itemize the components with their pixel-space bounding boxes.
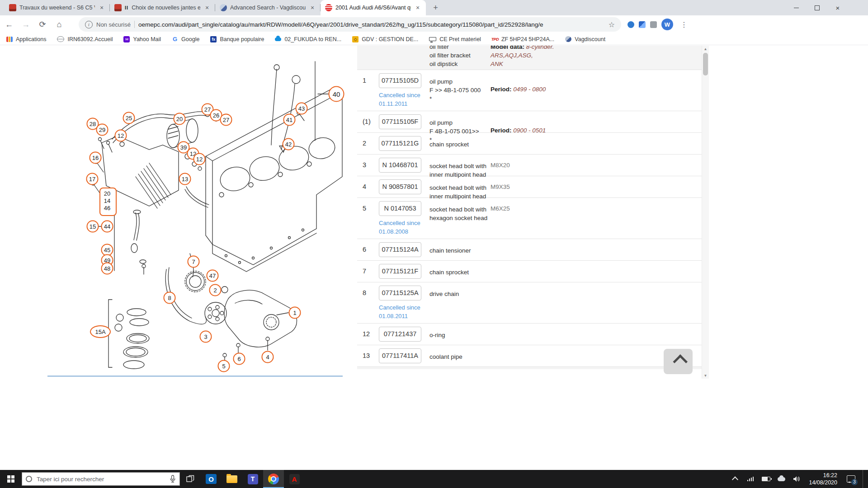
- browser-tab[interactable]: 2001 Audi Audi A6/S6/Avant qua ×: [321, 0, 426, 15]
- onedrive-icon[interactable]: [774, 470, 788, 488]
- diagram-callout[interactable]: 12: [193, 153, 206, 165]
- cancelled-link[interactable]: Cancelled since01.08.2011: [379, 303, 424, 320]
- diagram-callout[interactable]: 40: [329, 86, 344, 102]
- scroll-to-top-button[interactable]: [664, 349, 693, 374]
- url-text[interactable]: oemepc.com/audi/part_single/catalog/au/m…: [138, 21, 605, 28]
- bookmark-item[interactable]: IRN63092.Accueil: [57, 36, 113, 42]
- volume-icon[interactable]: [790, 470, 803, 488]
- microphone-icon[interactable]: [170, 475, 176, 483]
- part-number-button[interactable]: 077115125A: [379, 286, 421, 300]
- diagram-callout[interactable]: 12: [115, 130, 127, 142]
- tab-close-icon[interactable]: ×: [203, 4, 211, 11]
- diagram-callout[interactable]: 15: [87, 221, 99, 233]
- taskbar-app-chrome[interactable]: [263, 470, 284, 488]
- diagram-callout[interactable]: 14: [102, 197, 113, 204]
- diagram-callout[interactable]: 48: [101, 263, 113, 275]
- diagram-callout[interactable]: 25: [123, 112, 135, 124]
- network-icon[interactable]: [744, 470, 757, 488]
- taskbar-search[interactable]: [22, 472, 180, 486]
- diagram-callout[interactable]: 6: [233, 353, 245, 365]
- part-number-button[interactable]: 077115121G: [379, 136, 421, 151]
- taskbar-search-input[interactable]: [36, 475, 166, 483]
- bookmark-item[interactable]: G Google: [172, 36, 199, 42]
- diagram-callout[interactable]: 4: [262, 351, 274, 363]
- diagram-callout[interactable]: 15A: [90, 325, 111, 338]
- browser-tab[interactable]: Travaux du weekend - S6 C5 V8 / ×: [5, 0, 110, 15]
- diagram-callout[interactable]: 42: [283, 138, 295, 150]
- part-number-button[interactable]: 077115105D: [379, 73, 421, 88]
- part-number-button[interactable]: N 10468701: [379, 158, 421, 173]
- diagram-callout[interactable]: 27: [220, 114, 232, 126]
- taskbar-app-outlook[interactable]: O: [201, 470, 222, 488]
- part-number-button[interactable]: 077115124A: [379, 242, 421, 257]
- part-number-button[interactable]: 077115121F: [379, 264, 421, 279]
- diagram-callout[interactable]: 41: [283, 114, 296, 126]
- scrollbar-thumb[interactable]: [703, 53, 708, 75]
- parts-scrollbar[interactable]: ▲ ▼: [702, 46, 709, 379]
- diagram-callout[interactable]: 8: [164, 292, 176, 304]
- minimize-button[interactable]: [786, 0, 807, 15]
- new-tab-button[interactable]: +: [429, 2, 442, 14]
- part-number-button[interactable]: 077115105F: [379, 114, 421, 129]
- taskbar-clock[interactable]: 16:22 14/08/2020: [805, 472, 841, 486]
- diagram-callout[interactable]: 7: [188, 256, 200, 268]
- diagram-callout[interactable]: 47: [207, 270, 219, 282]
- tray-overflow-button[interactable]: [728, 470, 742, 488]
- cancelled-link[interactable]: Cancelled since01.11.2011: [379, 91, 424, 108]
- part-number-button[interactable]: N 0147053: [379, 201, 421, 216]
- battery-icon[interactable]: [759, 470, 773, 488]
- diagram-callout[interactable]: 43: [296, 103, 308, 115]
- maximize-button[interactable]: [807, 0, 827, 15]
- taskbar-app-teams[interactable]: T: [242, 470, 263, 488]
- show-desktop-button[interactable]: [863, 470, 865, 488]
- diagram-callout[interactable]: 2: [209, 284, 222, 296]
- part-number-button[interactable]: N 90857801: [379, 179, 421, 194]
- extension-icon-1[interactable]: [627, 21, 634, 28]
- diagram-callout[interactable]: 17: [86, 173, 99, 185]
- diagram-callout[interactable]: 29: [96, 124, 108, 136]
- part-number-button[interactable]: 077117411A: [379, 348, 421, 363]
- tab-close-icon[interactable]: ×: [414, 4, 421, 11]
- diagram-callout[interactable]: 20: [174, 113, 186, 125]
- task-view-button[interactable]: [180, 470, 201, 488]
- reload-button[interactable]: ⟳: [35, 17, 50, 32]
- tab-close-icon[interactable]: ×: [98, 4, 105, 11]
- diagram-callout[interactable]: 44: [101, 221, 113, 233]
- browser-menu-icon[interactable]: ⋮: [678, 20, 690, 29]
- bookmark-item[interactable]: CE Pret materiel: [429, 36, 481, 42]
- browser-tab[interactable]: II Choix de nouvelles jantes en 1 ×: [110, 0, 215, 15]
- scrollbar-up-arrow[interactable]: ▲: [702, 46, 709, 52]
- extension-icon-2[interactable]: [639, 21, 646, 28]
- diagram-horizontal-scrollbar[interactable]: [47, 375, 343, 377]
- bookmark-item[interactable]: TPD ZF 5HP24 5HP24A...: [492, 36, 554, 42]
- diagram-callout[interactable]: 5: [218, 360, 230, 372]
- bookmark-item[interactable]: ◇ GDV : GESTION DE...: [352, 36, 418, 42]
- site-info-icon[interactable]: i: [85, 21, 93, 28]
- extension-icon-3[interactable]: [650, 21, 657, 28]
- close-button[interactable]: ×: [827, 0, 848, 15]
- diagram-callout[interactable]: 16: [90, 152, 102, 164]
- tab-close-icon[interactable]: ×: [309, 4, 316, 11]
- address-bar[interactable]: i Non sécurisé oemepc.com/audi/part_sing…: [79, 17, 621, 32]
- diagram-callout[interactable]: 1: [289, 307, 301, 319]
- action-center-button[interactable]: 3: [843, 470, 859, 488]
- bookmark-item[interactable]: ✉ Yahoo Mail: [123, 36, 161, 42]
- bookmark-item[interactable]: Vagdiscount: [565, 36, 605, 42]
- diagram-callout[interactable]: 3: [200, 331, 212, 343]
- cancelled-link[interactable]: Cancelled since01.08.2008: [379, 219, 424, 236]
- bookmark-item[interactable]: 02_FUKUDA to REN...: [275, 36, 341, 42]
- home-button[interactable]: ⌂: [52, 17, 67, 32]
- bookmark-item[interactable]: Applications: [6, 36, 46, 42]
- taskbar-app-acrobat[interactable]: A: [284, 470, 305, 488]
- bookmark-item[interactable]: fx Banque populaire: [210, 36, 264, 42]
- back-button[interactable]: ←: [1, 17, 17, 32]
- part-number-button[interactable]: 077121437: [379, 327, 421, 342]
- bookmark-star-icon[interactable]: ☆: [609, 20, 615, 29]
- forward-button[interactable]: →: [18, 17, 33, 32]
- diagram-callout[interactable]: 46: [102, 205, 113, 211]
- diagram-callout[interactable]: 20: [102, 190, 113, 197]
- diagram-callout[interactable]: 13: [179, 173, 191, 185]
- start-button[interactable]: [0, 470, 22, 488]
- taskbar-app-explorer[interactable]: [222, 470, 242, 488]
- browser-tab[interactable]: Advanced Search - Vagdiscount ×: [215, 0, 321, 15]
